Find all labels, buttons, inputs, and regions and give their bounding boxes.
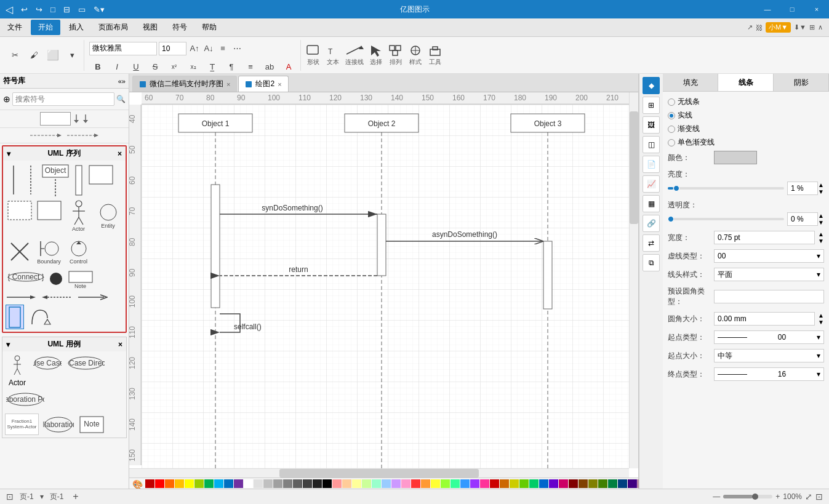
zoom-out-btn[interactable]: — bbox=[713, 492, 720, 501]
actor-usecase-sym[interactable]: Actor bbox=[5, 354, 30, 388]
canvas-content[interactable]: Object 1 Object 2 Object 3 bbox=[142, 105, 629, 468]
tab-wechat[interactable]: 微信二维码支付时序图 × bbox=[132, 76, 237, 92]
palette-color[interactable] bbox=[480, 479, 489, 488]
transparency-down-btn[interactable]: ▼ bbox=[818, 219, 824, 226]
fit-page-btn[interactable]: ⊡ bbox=[815, 492, 823, 502]
font-name-input[interactable] bbox=[89, 42, 157, 55]
redo-btn[interactable]: ↪ bbox=[33, 4, 45, 15]
width-input[interactable] bbox=[714, 231, 815, 244]
layers-style-btn[interactable]: ◫ bbox=[643, 136, 660, 153]
palette-color[interactable] bbox=[342, 479, 351, 488]
connect-tool[interactable]: 连接线 bbox=[345, 44, 364, 66]
destroy-sym[interactable] bbox=[6, 234, 33, 268]
palette-color[interactable] bbox=[382, 479, 391, 488]
paste-btn[interactable]: ⬜ bbox=[44, 47, 62, 64]
corner-size-up-btn[interactable]: ▲ bbox=[818, 312, 824, 319]
palette-color[interactable] bbox=[598, 479, 607, 488]
brightness-up-btn[interactable]: ▲ bbox=[818, 182, 824, 188]
palette-color[interactable] bbox=[165, 479, 174, 488]
activation2[interactable] bbox=[377, 214, 386, 276]
system-actor-sym[interactable]: Fraction1System-Actor bbox=[5, 414, 39, 435]
palette-color[interactable] bbox=[470, 479, 479, 488]
palette-color[interactable] bbox=[569, 479, 578, 488]
palette-color[interactable] bbox=[273, 479, 282, 488]
auto-save-btn[interactable]: ✎▾ bbox=[91, 4, 107, 15]
lifeline-v2-sym[interactable] bbox=[23, 163, 38, 197]
lifeline-v-sym[interactable] bbox=[6, 163, 21, 197]
fragment-open-right-sym[interactable] bbox=[35, 199, 63, 222]
palette-color[interactable] bbox=[234, 479, 243, 488]
page-dropdown-btn[interactable]: ▾ bbox=[40, 492, 44, 501]
style-tool[interactable]: 样式 bbox=[408, 44, 423, 66]
palette-color[interactable] bbox=[263, 479, 273, 488]
shape-tool[interactable]: 形状 bbox=[306, 44, 321, 66]
palette-color[interactable] bbox=[155, 479, 164, 488]
connector-2[interactable] bbox=[66, 130, 100, 141]
palette-color[interactable] bbox=[529, 479, 539, 488]
palette-color[interactable] bbox=[510, 479, 519, 488]
zoom-in-btn[interactable]: + bbox=[775, 492, 780, 501]
v-scrollbar[interactable] bbox=[629, 92, 638, 468]
width-down-btn[interactable]: ▼ bbox=[818, 238, 824, 244]
palette-color[interactable] bbox=[283, 479, 292, 488]
italic-btn[interactable]: I bbox=[108, 58, 126, 76]
collab-points-sym[interactable]: Collaboration Points bbox=[5, 390, 45, 409]
palette-color[interactable] bbox=[588, 479, 598, 488]
palette-color[interactable] bbox=[559, 479, 568, 488]
palette-color[interactable] bbox=[204, 479, 214, 488]
menu-page-layout[interactable]: 页面布局 bbox=[91, 18, 135, 36]
filled-circle-sym[interactable] bbox=[47, 270, 65, 287]
link-icon[interactable]: ⛓ bbox=[756, 24, 763, 31]
grid-style-btn[interactable]: ⊞ bbox=[643, 97, 660, 114]
select-tool[interactable]: 选择 bbox=[369, 44, 383, 66]
decrease-font-btn[interactable]: A↓ bbox=[202, 40, 215, 57]
palette-color[interactable] bbox=[313, 479, 322, 488]
menu-insert[interactable]: 插入 bbox=[62, 18, 91, 36]
actor-sym[interactable]: Actor bbox=[65, 199, 92, 233]
start-type-value[interactable]: ———— 00 ▾ bbox=[714, 330, 824, 344]
use-case-oval-sym[interactable]: Use Case bbox=[32, 354, 63, 372]
palette-color[interactable] bbox=[214, 479, 223, 488]
solid-line-option[interactable]: 实线 bbox=[668, 110, 824, 121]
uml-sequence-header[interactable]: ▾ UML 序列 × bbox=[3, 146, 126, 161]
close-btn[interactable]: × bbox=[804, 0, 829, 18]
palette-color[interactable] bbox=[460, 479, 470, 488]
bold-btn[interactable]: B bbox=[89, 58, 106, 76]
async-arrow-sym[interactable] bbox=[77, 292, 111, 303]
fill-style-btn[interactable]: ◆ bbox=[643, 77, 660, 94]
loop-sym[interactable] bbox=[26, 305, 54, 329]
note-uc-sym[interactable]: Note bbox=[78, 414, 105, 435]
connector-1[interactable] bbox=[29, 130, 63, 141]
palette-color[interactable] bbox=[254, 479, 263, 488]
gradient-radio[interactable] bbox=[668, 126, 675, 133]
palette-color[interactable] bbox=[372, 479, 381, 488]
palette-color[interactable] bbox=[608, 479, 617, 488]
menu-file[interactable]: 文件 bbox=[0, 18, 30, 36]
activation3[interactable] bbox=[543, 241, 552, 309]
doc-style-btn[interactable]: 📄 bbox=[643, 156, 660, 173]
expand-canvas-btn[interactable]: ⤢ bbox=[805, 492, 812, 502]
menu-help[interactable]: 帮助 bbox=[194, 18, 224, 36]
end-type-value[interactable]: ———— 16 ▾ bbox=[714, 367, 824, 381]
note-sym[interactable]: Note bbox=[66, 270, 94, 290]
canvas-wrapper[interactable]: 60 70 80 90 100 110 120 130 140 150 160 … bbox=[129, 92, 638, 478]
activation-sym[interactable] bbox=[73, 163, 85, 197]
h-scrollbar[interactable] bbox=[129, 468, 629, 478]
tab-wechat-close[interactable]: × bbox=[226, 81, 230, 88]
underline-btn[interactable]: U bbox=[127, 58, 145, 76]
increase-font-btn[interactable]: A↑ bbox=[188, 40, 201, 57]
palette-color[interactable] bbox=[401, 479, 410, 488]
cut-btn[interactable]: ✂ bbox=[6, 47, 23, 64]
corner-size-down-btn[interactable]: ▼ bbox=[818, 319, 824, 326]
grid2-icon[interactable]: ⊞ bbox=[809, 23, 815, 31]
palette-color[interactable] bbox=[303, 479, 312, 488]
activation1[interactable] bbox=[211, 185, 220, 308]
menu-start[interactable]: 开始 bbox=[31, 20, 60, 35]
uml-usecase-close-btn[interactable]: × bbox=[118, 340, 122, 349]
fragment-dashed-sym[interactable] bbox=[6, 199, 33, 222]
search-icon[interactable]: 🔍 bbox=[116, 95, 126, 103]
text-tool[interactable]: T 文本 bbox=[326, 44, 340, 66]
sidebar-collapse-btn[interactable]: «» bbox=[118, 78, 126, 85]
active-selected-sym[interactable] bbox=[6, 305, 24, 329]
new-btn[interactable]: □ bbox=[48, 4, 58, 15]
